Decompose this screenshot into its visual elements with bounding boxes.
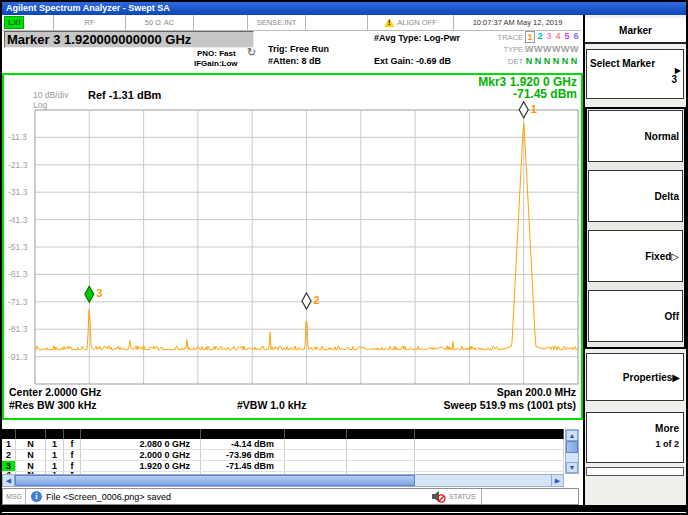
properties-button[interactable]: Properties▶ xyxy=(586,353,684,401)
select-marker-button[interactable]: Select Marker ▶ 3 xyxy=(586,49,684,99)
table-cell: f xyxy=(64,439,81,449)
ref-level-label: Ref -1.31 dBm xyxy=(88,89,161,101)
status-strip: LXI RF 50 Ω AC SENSE:INT ALIGN OFF 10:07… xyxy=(2,15,581,31)
span-label: Span 200.0 MHz xyxy=(497,386,576,398)
header-cell: TRC xyxy=(46,429,64,439)
spectrum-analyzer-screen: Agilent Spectrum Analyzer - Swept SA LXI… xyxy=(0,0,688,515)
legend-char: N xyxy=(570,56,578,66)
table-cell: -71.45 dBm xyxy=(201,461,285,471)
table-cell: 1 xyxy=(46,439,64,449)
properties-label: Properties▶ xyxy=(623,372,680,383)
msg-label: MSG xyxy=(3,489,26,504)
table-cell: 2.000 0 GHz xyxy=(81,450,201,460)
fixed-button[interactable]: Fixed▷ xyxy=(588,230,683,282)
more-button[interactable]: More 1 of 2 xyxy=(586,412,684,463)
normal-button[interactable]: Normal xyxy=(588,110,683,162)
legend-char: 4 xyxy=(554,31,562,43)
status-indicator: STATUS xyxy=(431,489,476,504)
marker-table-row[interactable]: 3N1f1.920 0 GHz-71.45 dBm xyxy=(2,461,564,472)
y-tick-label: -41.3 xyxy=(8,215,34,225)
type-row: TYPE WWWWWW xyxy=(497,43,581,55)
fixed-label: Fixed▷ xyxy=(645,251,679,262)
table-cell: f xyxy=(64,461,81,471)
marker-1-diamond[interactable] xyxy=(519,102,528,118)
freq-annotation-row1: Center 2.0000 GHz Span 200.0 MHz xyxy=(9,386,576,398)
marker-2-diamond[interactable] xyxy=(302,293,311,309)
legend-char: 3 xyxy=(545,31,553,43)
lxi-badge: LXI xyxy=(4,16,24,29)
marker-3-diamond[interactable] xyxy=(85,286,94,302)
message-text: File <Screen_0006.png> saved xyxy=(46,492,171,502)
y-tick-label: -81.3 xyxy=(8,324,34,334)
scroll-left-button[interactable]: ◀ xyxy=(3,475,15,486)
header-cell: FUNCTION VALUE xyxy=(415,429,564,439)
marker-readout-green: Mkr3 1.920 0 GHz -71.45 dBm xyxy=(478,76,577,100)
off-button[interactable]: Off xyxy=(588,290,683,342)
status-label: STATUS xyxy=(449,493,476,500)
title-bar: Agilent Spectrum Analyzer - Swept SA xyxy=(2,2,686,15)
trace-row-label: TRACE xyxy=(497,33,523,42)
vertical-scroll-thumb[interactable] xyxy=(566,441,578,453)
db-per-div-label: 10 dB/div xyxy=(33,90,68,100)
impedance-label: 50 Ω xyxy=(145,18,161,27)
empty-cell-2 xyxy=(306,15,368,30)
log-label: Log xyxy=(33,100,68,110)
sweep-label: Sweep 519.9 ms (1001 pts) xyxy=(444,399,577,411)
header-cell: MKR xyxy=(2,429,16,439)
marker-table-header: MKRMODETRCSCLXYFUNCTIONFUNCTION WIDTHFUN… xyxy=(2,429,564,439)
rf-label: RF xyxy=(85,18,95,27)
table-cell: f xyxy=(64,450,81,460)
vertical-scrollbar[interactable]: ▲ ▼ xyxy=(565,429,579,474)
trace-legend: TRACE 123456 TYPE WWWWWW DET NNNNNN xyxy=(497,31,581,67)
table-cell: N xyxy=(16,450,46,460)
header-cell: SCL xyxy=(64,429,81,439)
legend-char: N xyxy=(525,56,533,66)
sense-cell: SENSE:INT xyxy=(248,15,306,30)
coupling-label: AC xyxy=(164,18,174,27)
header-cell: MODE xyxy=(16,429,46,439)
type-row-label: TYPE xyxy=(497,45,523,54)
off-label: Off xyxy=(665,311,679,322)
marker-1-number: 1 xyxy=(531,103,537,115)
scroll-up-button[interactable]: ▲ xyxy=(566,430,578,441)
scroll-down-button[interactable]: ▼ xyxy=(566,462,578,473)
trace-row: TRACE 123456 xyxy=(497,31,581,43)
legend-char: W xyxy=(552,44,560,54)
legend-char: N xyxy=(561,56,569,66)
submenu-arrow-icon: ▶ xyxy=(672,372,680,383)
app-title: Agilent Spectrum Analyzer - Swept SA xyxy=(6,3,170,13)
horizontal-scrollbar[interactable]: ◀ ▶ xyxy=(2,474,564,487)
marker-table-grid: MKRMODETRCSCLXYFUNCTIONFUNCTION WIDTHFUN… xyxy=(2,429,564,477)
more-label: More xyxy=(655,423,679,434)
normal-label: Normal xyxy=(645,131,679,142)
legend-char: W xyxy=(525,44,533,54)
freq-annotation-row2: #Res BW 300 kHz #VBW 1.0 kHz Sweep 519.9… xyxy=(9,399,576,411)
active-function-readout: Marker 3 1.920000000000 GHz xyxy=(4,31,254,48)
y-tick-label: -61.3 xyxy=(8,269,34,279)
softkey-menu: Marker Select Marker ▶ 3 NormalDeltaFixe… xyxy=(583,15,686,505)
warning-icon xyxy=(384,18,394,27)
delta-button[interactable]: Delta xyxy=(588,170,683,222)
center-freq-label: Center 2.0000 GHz xyxy=(9,386,101,398)
trigger-label: Trig: Free Run xyxy=(268,44,329,54)
horizontal-scroll-thumb[interactable] xyxy=(15,475,415,486)
table-cell xyxy=(285,461,347,471)
legend-char: 1 xyxy=(525,31,535,43)
ifgain-label: IFGain:Low xyxy=(194,59,238,68)
marker-2-number: 2 xyxy=(314,294,320,306)
table-cell xyxy=(415,439,564,449)
marker-table-row[interactable]: 2N1f2.000 0 GHz-73.96 dBm xyxy=(2,450,564,461)
table-cell xyxy=(415,461,564,471)
table-cell: 2 xyxy=(2,450,16,460)
legend-char: 5 xyxy=(563,31,571,43)
impedance-cell: 50 Ω AC xyxy=(126,15,194,30)
y-tick-label: -11.3 xyxy=(8,132,34,142)
scroll-right-button[interactable]: ▶ xyxy=(551,475,563,486)
table-cell: 1.920 0 GHz xyxy=(81,461,201,471)
datetime-label: 10:07:37 AM May 12, 2019 xyxy=(473,18,563,27)
rbw-label: #Res BW 300 kHz xyxy=(9,399,97,411)
pno-label: PNO: Fast xyxy=(197,49,236,58)
select-marker-label: Select Marker xyxy=(590,58,655,69)
spectrum-plot: 123 xyxy=(4,75,581,418)
marker-table-row[interactable]: 1N1f2.080 0 GHz-4.14 dBm xyxy=(2,439,564,450)
